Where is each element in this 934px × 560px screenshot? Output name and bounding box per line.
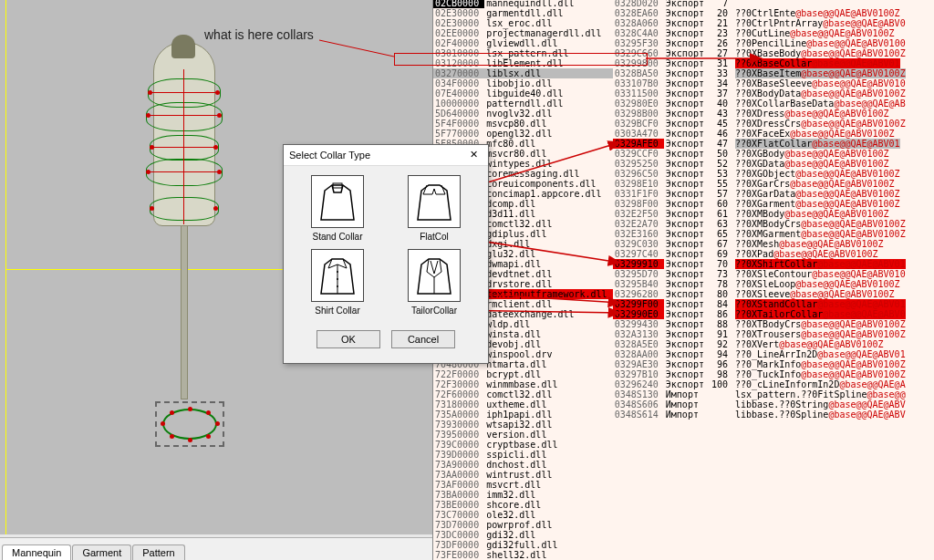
table-row[interactable]: 02EE0000projectmanagerdll.dll0328C4A0Экс… — [433, 28, 911, 38]
table-row[interactable]: 5F770000opengl32.dll0303A470Экспорт46??0… — [433, 129, 911, 139]
svg-point-8 — [337, 278, 338, 280]
table-row[interactable]: 735A0000iph1papi.dll0348S614Импортlibbas… — [433, 410, 911, 420]
table-row[interactable]: 02CB0000mannequindll.dll0328D020Экспорт7 — [433, 0, 911, 8]
table-row[interactable]: 66070000glu32.dll03297C40Экспорт69??0XPa… — [433, 249, 911, 259]
table-row[interactable]: 600A0000d3d11.dll032E2F50Экспорт61??0XMB… — [433, 209, 911, 219]
table-row[interactable]: 72F30000winmmbase.dll03296240Экспорт100?… — [433, 379, 911, 389]
table-row[interactable]: 5FA00000wintypes.dll03295250Экспорт52??0… — [433, 159, 911, 169]
table-row[interactable]: 70480000ntmarta.dll0329AE30Экспорт96??0_… — [433, 359, 911, 369]
module-table[interactable]: 02CB0000mannequindll.dll0328D020Экспорт7… — [433, 0, 934, 560]
table-row[interactable]: 5F4F0000msvcp80.dll0329BCF0Экспорт45??0X… — [433, 119, 911, 129]
annotation-box — [394, 53, 648, 66]
table-row[interactable]: 72F60000comctl32.dll0348S130Импортlsx_pa… — [433, 389, 911, 399]
tab-bar: Mannequin Garment Pattern — [0, 537, 432, 560]
table-row[interactable]: 70400000winspool.drv0328AA00Экспорт94??0… — [433, 349, 911, 359]
table-row[interactable]: 5FB60000coreuicomponents.dll03298E10Эксп… — [433, 179, 911, 189]
table-row[interactable]: 02E30000garmentdll.dll0328EA60Экспорт20?… — [433, 8, 911, 18]
table-row[interactable]: 07E40000libguide40.dll03311500Экспорт37?… — [433, 88, 911, 99]
table-row[interactable]: 66910000devdtnet.dll03295D70Экспорт73??0… — [433, 269, 911, 279]
table-row[interactable]: 73A90000dnchost.dll — [433, 460, 911, 470]
tab-garment[interactable]: Garment — [72, 544, 131, 560]
mannequin-model[interactable] — [133, 42, 234, 233]
table-row[interactable]: 73DC0000gdi32.dll — [433, 530, 911, 540]
table-row[interactable]: 73930000wtsapi32.dll — [433, 420, 911, 430]
table-row[interactable]: 66840000dwmapi.dll03299910Экспорт70??0XS… — [433, 259, 911, 269]
table-row[interactable]: 739C0000cryptbase.dll — [433, 440, 911, 450]
table-row[interactable]: 73DF0000gdi32full.dll — [433, 540, 911, 550]
table-row[interactable]: 70400000devobj.dll0328A5E0Экспорт92??0XV… — [433, 339, 911, 349]
table-row[interactable]: 701D0000winsta.dll032A3130Экспорт91??0XT… — [433, 329, 911, 339]
table-row[interactable]: 5F9D0000msvcr80.dll0329CCF0Экспорт50??0X… — [433, 149, 911, 159]
svg-point-9 — [337, 285, 338, 287]
collar-option-shirt[interactable]: Shirt Collar — [296, 249, 379, 316]
table-row[interactable]: 69790000drvstore.dll03295B40Экспорт78??0… — [433, 279, 911, 289]
table-row[interactable]: 6A390000rmclient.dll03299F00Экспорт84??0… — [433, 299, 911, 309]
table-row[interactable]: 73C70000ole32.dll — [433, 510, 911, 520]
ok-button[interactable]: OK — [317, 330, 380, 348]
table-row[interactable]: 739D0000sspicli.dll — [433, 450, 911, 460]
table-row[interactable]: 5FAD0000coremessaging.dll03296C50Экспорт… — [433, 169, 911, 179]
table-row[interactable]: 6D5B0000wldp.dll03299430Экспорт88??0XTBo… — [433, 319, 911, 329]
select-collar-dialog: Select Collar Type ✕ Stand Collar FlatCo… — [283, 144, 489, 364]
close-icon[interactable]: ✕ — [461, 146, 486, 162]
table-row[interactable]: 02E30000lsx_eroc.dll0328A060Экспорт21??0… — [433, 18, 911, 28]
table-row[interactable]: 6A5E0000dateexchange.dll032990E0Экспорт8… — [433, 309, 911, 319]
table-row[interactable]: 65890000dxgi.dll0329C030Экспорт67??0XMes… — [433, 239, 911, 249]
table-row[interactable]: 73BA0000imm32.dll — [433, 490, 911, 500]
table-row[interactable]: 73D70000powrprof.dll — [433, 520, 911, 530]
table-row[interactable]: 62CF0000gdiplus.dll032E3160Экспорт65??0X… — [433, 229, 911, 239]
cancel-button[interactable]: Cancel — [391, 330, 455, 348]
table-row[interactable]: 722F0000bcrypt.dll03297B10Экспорт98??0_T… — [433, 369, 911, 379]
table-row[interactable]: 73AF0000msvcrt.dll — [433, 480, 911, 490]
dialog-titlebar[interactable]: Select Collar Type ✕ — [284, 145, 488, 166]
table-row[interactable]: 03270000liblsx.dll0328BA50Экспорт33??0XB… — [433, 68, 911, 78]
table-row[interactable]: 73950000version.dll — [433, 430, 911, 440]
svg-point-7 — [337, 271, 338, 273]
table-row[interactable]: 5D640000nvoglv32.dll03298B00Экспорт43??0… — [433, 109, 911, 119]
tab-mannequin[interactable]: Mannequin — [2, 544, 71, 560]
table-row[interactable]: 5F850000mfc80.dll0329AFE0Экспорт47??0XFl… — [433, 139, 911, 149]
table-row[interactable]: 73FE0000shell32.dll — [433, 550, 911, 560]
table-row[interactable]: 5FF60000dcomp.dll03298F00Экспорт60??0XGa… — [433, 199, 911, 209]
table-row[interactable]: 62C00000comctl32.dll032E2A70Экспорт63??0… — [433, 219, 911, 229]
collar-option-flat[interactable]: FlatCol — [393, 175, 475, 242]
table-row[interactable]: 73180000uxtheme.dll0348S606Импортlibbase… — [433, 399, 911, 410]
table-row[interactable]: 73BE0000shcore.dll — [433, 500, 911, 510]
table-row[interactable]: 034F0000libobjio.dll033107B0Экспорт34??0… — [433, 78, 911, 88]
dialog-title-text: Select Collar Type — [289, 150, 370, 161]
collar-option-tailor[interactable]: TailorCollar — [393, 249, 475, 316]
table-row[interactable]: 69870000textinputframework.dll03296280Эк… — [433, 289, 911, 299]
table-row[interactable]: 73AA0000wintrust.dll — [433, 470, 911, 480]
collar-option-stand[interactable]: Stand Collar — [296, 175, 379, 242]
annotation-text: what is here collars — [204, 27, 314, 42]
tab-pattern[interactable]: Pattern — [132, 544, 184, 560]
collar-ring-shape[interactable] — [155, 401, 224, 447]
table-row[interactable]: 10000000patterndll.dll032980E0Экспорт40?… — [433, 99, 911, 109]
table-row[interactable]: 5FEB0000concimap1.appcore.dll0331F1F0Экс… — [433, 189, 911, 199]
table-row[interactable]: 02F40000glviewdll.dll03295F30Экспорт26??… — [433, 38, 911, 48]
